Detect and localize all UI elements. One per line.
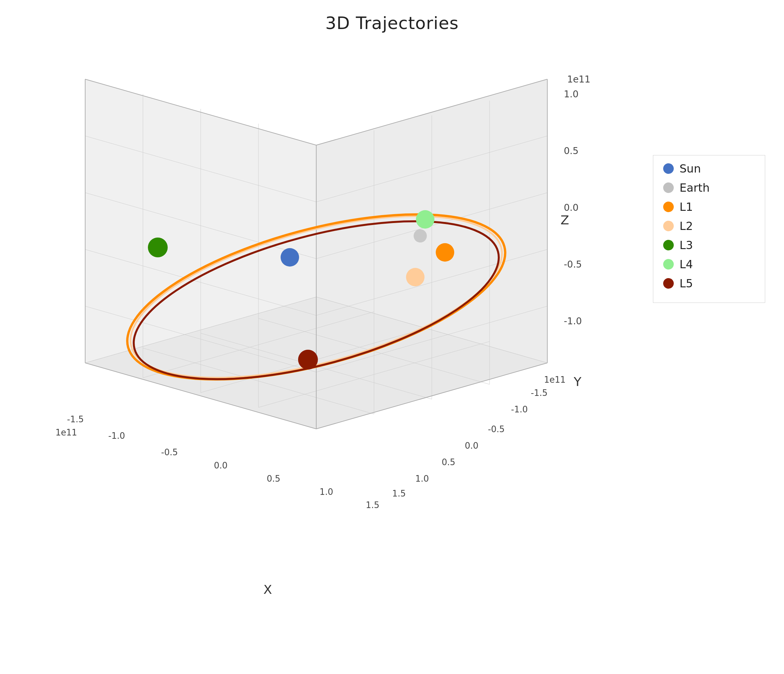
sun-legend-dot: [663, 163, 674, 174]
svg-text:-0.5: -0.5: [564, 259, 582, 270]
svg-text:1.0: 1.0: [320, 487, 333, 497]
svg-text:1.5: 1.5: [366, 500, 379, 510]
earth-legend-dot: [663, 182, 674, 193]
3d-plot-svg: Z 1.0 0.5 0.0 -0.5 -1.0 1e11 X -1.5 -1.0…: [19, 40, 646, 617]
svg-text:1.5: 1.5: [392, 489, 406, 499]
svg-text:0.0: 0.0: [465, 441, 478, 450]
svg-text:1e11: 1e11: [567, 74, 591, 85]
l5-legend-dot: [663, 278, 674, 289]
l1-legend-dot: [663, 202, 674, 212]
svg-text:0.0: 0.0: [564, 202, 579, 213]
svg-text:1.0: 1.0: [415, 474, 429, 484]
l1-dot: [436, 243, 454, 262]
l5-dot: [298, 350, 318, 370]
svg-text:-1.5: -1.5: [67, 415, 84, 424]
legend-box: Sun Earth L1 L2 L3: [653, 155, 765, 303]
svg-text:-0.5: -0.5: [161, 447, 178, 457]
main-area: Z 1.0 0.5 0.0 -0.5 -1.0 1e11 X -1.5 -1.0…: [0, 40, 784, 617]
svg-text:0.5: 0.5: [564, 146, 579, 156]
chart-title: 3D Trajectories: [0, 0, 784, 33]
sun-dot: [281, 248, 299, 267]
earth-legend-label: Earth: [680, 181, 710, 194]
legend-item-l2: L2: [663, 219, 755, 233]
sun-legend-label: Sun: [680, 162, 701, 175]
svg-text:-0.5: -0.5: [488, 424, 505, 434]
svg-text:1e11: 1e11: [544, 375, 566, 385]
x-axis-label: X: [263, 582, 272, 597]
l3-dot: [148, 238, 168, 257]
l3-legend-label: L3: [680, 239, 693, 252]
plot-area: Z 1.0 0.5 0.0 -0.5 -1.0 1e11 X -1.5 -1.0…: [19, 40, 646, 617]
l3-legend-dot: [663, 240, 674, 250]
chart-container: 3D Trajectories: [0, 0, 784, 674]
svg-text:1e11: 1e11: [56, 427, 77, 438]
svg-text:-1.0: -1.0: [564, 316, 582, 327]
svg-text:1.0: 1.0: [564, 89, 579, 99]
l2-dot: [406, 268, 425, 286]
earth-dot: [414, 229, 427, 242]
l2-legend-label: L2: [680, 219, 693, 233]
svg-text:0.5: 0.5: [267, 474, 280, 484]
legend-area: Sun Earth L1 L2 L3: [653, 155, 765, 303]
z-axis-label: Z: [560, 213, 569, 227]
legend-item-l4: L4: [663, 258, 755, 271]
svg-text:-1.5: -1.5: [531, 388, 548, 398]
l4-dot: [416, 210, 434, 228]
l5-legend-label: L5: [680, 277, 693, 290]
svg-text:-1.0: -1.0: [108, 431, 125, 441]
legend-item-sun: Sun: [663, 162, 755, 175]
l4-legend-dot: [663, 259, 674, 270]
l4-legend-label: L4: [680, 258, 693, 271]
svg-text:0.0: 0.0: [214, 461, 227, 471]
svg-text:-1.0: -1.0: [511, 404, 528, 415]
legend-item-l1: L1: [663, 200, 755, 213]
legend-item-l3: L3: [663, 239, 755, 252]
legend-item-l5: L5: [663, 277, 755, 290]
svg-text:0.5: 0.5: [442, 457, 455, 467]
l1-legend-label: L1: [680, 200, 693, 213]
y-axis-label: Y: [573, 374, 582, 389]
legend-item-earth: Earth: [663, 181, 755, 194]
l2-legend-dot: [663, 221, 674, 231]
